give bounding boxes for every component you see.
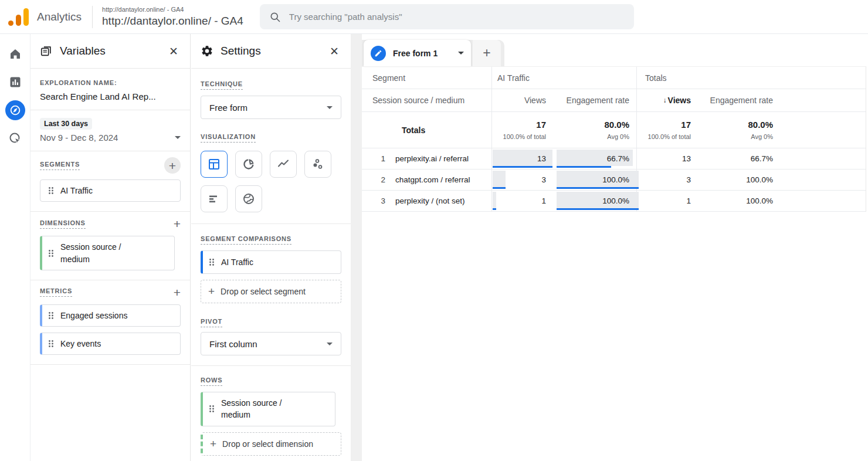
global-search[interactable] [260,4,634,29]
viz-bar-button[interactable] [201,185,228,212]
drop-segment-text: Drop or select segment [221,287,306,296]
variables-close-icon[interactable]: ✕ [167,43,181,59]
property-switcher[interactable]: http://dantaylor.online/ - GA4 http://da… [102,6,243,28]
drop-segment-zone[interactable]: + Drop or select segment [201,280,341,303]
rows-dimension-chip-label: Session source / medium [221,397,309,421]
scatter-chart-icon [311,157,325,171]
nav-explore-button[interactable] [4,99,27,122]
plus-icon: + [169,160,176,172]
metrics-section: METRICS + Engaged sessions Key events [30,280,190,365]
row-source: chatgpt.com / referral [395,175,470,184]
dimension-chip-label: Session source / medium [60,241,148,265]
settings-close-icon[interactable]: ✕ [327,43,341,59]
settings-title: Settings [221,45,327,57]
metrics-label: METRICS [40,287,72,297]
cell-grand-engagement-rate: 66.7% [698,148,780,169]
segment-comparison-chip[interactable]: AI Traffic [201,250,341,274]
chevron-down-icon [327,343,333,345]
search-input[interactable] [289,12,625,22]
metric-chip[interactable]: Key events [40,333,181,355]
dimension-chip[interactable]: Session source / medium [40,236,175,270]
add-metric-button[interactable]: + [174,286,181,299]
group-header-totals: Totals [636,67,866,89]
search-icon [269,11,281,23]
subheader-dimension[interactable]: Session source / medium [362,89,491,111]
analytics-logo-icon[interactable] [8,8,30,26]
technique-label: TECHNIQUE [201,80,243,90]
variables-header: Variables ✕ [30,34,190,69]
row-index: 1 [362,154,385,163]
tab-free-form-1[interactable]: Free form 1 [364,40,471,66]
technique-select[interactable]: Free form [201,96,341,119]
rows-dimension-chip[interactable]: Session source / medium [201,392,335,426]
segment-chip[interactable]: AI Traffic [40,179,181,202]
cell-ai-engagement-rate: 66.7% [553,148,636,169]
totals-label: Totals [362,112,491,148]
viz-scatter-button[interactable] [304,151,331,178]
pivot-select[interactable]: First column [201,332,341,355]
date-range-value: Nov 9 - Dec 8, 2024 [40,133,118,143]
cell-ai-views: 1 [491,191,553,211]
tab-chevron-down-icon [458,52,464,55]
drop-dimension-text: Drop or select dimension [222,439,313,449]
gear-icon [201,45,213,57]
viz-geo-button[interactable] [235,185,262,212]
freeform-table: Segment AI Traffic Totals Session source… [362,66,866,212]
totals-grand-views: 17 100.0% of total [636,112,698,148]
metric-chip[interactable]: Engaged sessions [40,304,181,327]
row-index: 2 [362,175,385,184]
date-range-section[interactable]: Last 30 days Nov 9 - Dec 8, 2024 [30,110,190,151]
table-totals-row: Totals 17 100.0% of total 80.0% Avg 0% 1… [362,112,866,148]
viz-line-button[interactable] [270,151,297,178]
segment-chip-label: AI Traffic [60,185,93,196]
settings-panel: Settings ✕ TECHNIQUE Free form VISUALIZA… [191,34,351,461]
totals-ai-views: 17 100.0% of total [491,112,553,148]
row-index: 3 [362,196,385,205]
pivot-label: PIVOT [201,318,222,327]
visualization-picker [201,151,335,212]
drag-handle-icon [48,186,55,195]
donut-chart-icon [242,157,256,171]
drag-handle-icon [208,257,215,267]
row-source: perplexity / (not set) [395,196,465,205]
technique-value: Free form [209,103,247,113]
cell-ai-views: 3 [491,170,553,190]
group-header-segment: Segment [362,67,491,89]
top-app-bar: Analytics http://dantaylor.online/ - GA4… [0,0,868,34]
table-group-header-row: Segment AI Traffic Totals [362,67,866,89]
drop-dimension-zone[interactable]: + Drop or select dimension [201,432,341,456]
date-preset-badge: Last 30 days [40,118,92,130]
table-row[interactable]: 1 perplexity.ai / referral 13 66.7% 13 6… [362,148,866,170]
nav-home-button[interactable] [4,42,27,66]
exploration-name-label: EXPLORATION NAME: [40,79,117,86]
totals-ai-engagement-rate: 80.0% Avg 0% [553,112,636,148]
exploration-name-value[interactable]: Search Engine Land AI Rep... [40,91,181,101]
viz-table-button[interactable] [201,151,228,178]
property-name-large: http://dantaylor.online/ - GA4 [102,14,243,28]
plus-icon: + [208,285,215,298]
settings-header: Settings ✕ [191,34,351,69]
table-row[interactable]: 3 perplexity / (not set) 1 100.0% 1 100.… [362,191,866,212]
nav-advertising-button[interactable] [4,127,27,150]
nav-reports-button[interactable] [4,70,27,94]
explore-icon [9,104,22,117]
line-chart-icon [276,157,290,171]
add-dimension-button[interactable]: + [174,218,181,230]
table-row[interactable]: 2 chatgpt.com / referral 3 100.0% 3 100.… [362,170,866,191]
subheader-totals-views-sorted[interactable]: ↓ Views [636,89,698,111]
plus-icon: + [483,45,490,61]
table-subheader-row: Session source / medium Views Engagement… [362,89,866,112]
pencil-icon [374,49,382,57]
cell-grand-engagement-rate: 100.0% [698,170,780,190]
subheader-ai-views[interactable]: Views [491,89,553,111]
pivot-value: First column [209,339,257,349]
subheader-totals-engagement-rate[interactable]: Engagement rate [698,89,780,111]
viz-donut-button[interactable] [235,151,262,178]
add-tab-button[interactable]: + [473,40,501,66]
subheader-ai-engagement-rate[interactable]: Engagement rate [553,89,636,111]
add-segment-button[interactable]: + [164,157,181,174]
explore-active-badge [5,100,25,120]
metric-chip-label: Key events [60,338,101,350]
segment-comparisons-label: SEGMENT COMPARISONS [201,235,291,245]
group-header-ai-traffic: AI Traffic [491,67,636,89]
